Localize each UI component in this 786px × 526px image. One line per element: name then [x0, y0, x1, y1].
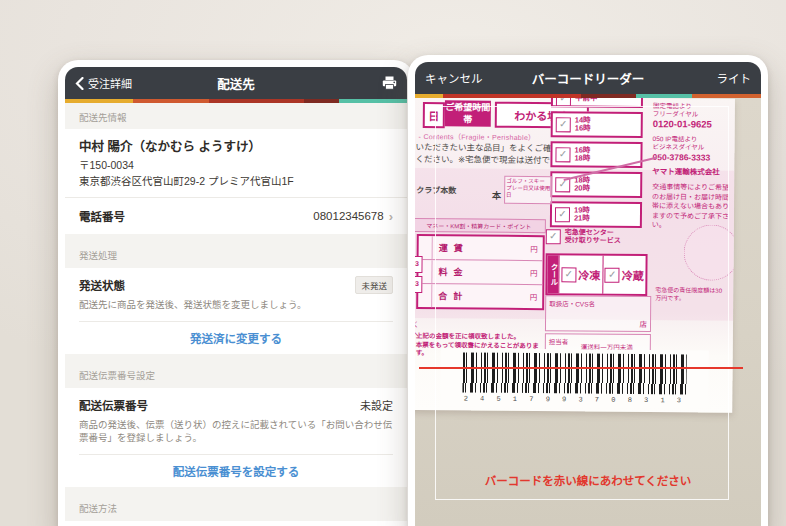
scan-hint-text: バーコードを赤い線にあわせてください: [415, 472, 761, 488]
scan-red-line: [419, 367, 743, 369]
print-button[interactable]: [382, 76, 397, 90]
rainbow-segment: [65, 99, 133, 103]
back-button[interactable]: 受注詳細: [75, 75, 132, 91]
recipient-block: 中村 陽介（なかむら ようすけ） 〒150-0034 東京都渋谷区代官山町29-…: [65, 129, 407, 197]
section-label-shipping-method: 配送方法: [65, 487, 407, 521]
recipient-name: 中村 陽介（なかむら ようすけ）: [79, 138, 393, 157]
section-label-shipping-process: 発送処理: [65, 234, 407, 268]
back-label: 受注詳細: [88, 75, 132, 91]
cancel-button[interactable]: キャンセル: [425, 70, 483, 86]
shipping-status-block: 発送状態 未発送 配送先に商品を発送後、発送状態を変更しましょう。 発送済に変更…: [65, 268, 407, 354]
printer-icon: [382, 76, 397, 90]
scanner-nav-bar: キャンセル バーコードリーダー ライト: [415, 62, 761, 94]
camera-viewfinder: 日 ご希望時間帯 わかる場合 - Contents（Fragile・Perish…: [415, 98, 761, 526]
section-label-slip-number: 配送伝票番号設定: [65, 354, 407, 388]
phone-number-row[interactable]: 電話番号 08012345678 ›: [65, 198, 407, 234]
right-phone-screen: キャンセル バーコードリーダー ライト 日 ご希望時間帯 わかる場合 - Con…: [415, 62, 761, 526]
rainbow-segment: [133, 99, 208, 103]
set-slip-number-link[interactable]: 配送伝票番号を設定する: [79, 455, 393, 487]
phone-value: 08012345678: [313, 210, 383, 222]
checkbox-icon: ✓: [556, 98, 571, 106]
left-phone-mockup: 受注詳細 配送先 配送先情報 中村 陽介（なかむら ようすけ） 〒150-003…: [58, 60, 414, 526]
shipping-status-label: 発送状態: [79, 277, 125, 293]
screenshot-canvas: 受注詳細 配送先 配送先情報 中村 陽介（なかむら ようすけ） 〒150-003…: [0, 0, 786, 526]
postal-code: 〒150-0034: [79, 157, 393, 173]
slip-number-value: 未設定: [360, 397, 393, 413]
rainbow-segment: [304, 99, 338, 103]
left-nav-bar: 受注詳細 配送先: [65, 67, 407, 99]
carrier-row: 配送会社 ペパボ急便: [65, 521, 407, 526]
slip-number-block: 配送伝票番号 未設定 商品の発送後、伝票（送り状）の控えに記載されている「お問い…: [65, 388, 407, 487]
shipping-status-desc: 配送先に商品を発送後、発送状態を変更しましょう。: [79, 298, 393, 312]
section-label-destination-info: 配送先情報: [65, 103, 407, 129]
address-line: 東京都渋谷区代官山町29-2 プレミア代官山1F: [79, 173, 393, 189]
chevron-left-icon: [75, 77, 84, 90]
mark-shipped-link[interactable]: 発送済に変更する: [79, 322, 393, 354]
phone-label: 電話番号: [79, 208, 125, 224]
brand-rainbow-strip: [65, 99, 407, 103]
right-phone-mockup: キャンセル バーコードリーダー ライト 日 ご希望時間帯 わかる場合 - Con…: [408, 55, 768, 526]
rainbow-segment: [209, 99, 305, 103]
chevron-right-icon: ›: [389, 209, 393, 224]
status-badge: 未発送: [355, 276, 393, 294]
light-button[interactable]: ライト: [717, 70, 752, 86]
left-phone-screen: 受注詳細 配送先 配送先情報 中村 陽介（なかむら ようすけ） 〒150-003…: [65, 67, 407, 526]
scan-frame-overlay: [435, 106, 729, 500]
left-edge-marks: 3 3 くヘ: [415, 256, 422, 341]
slip-number-label: 配送伝票番号: [79, 397, 148, 413]
slip-number-desc: 商品の発送後、伝票（送り状）の控えに記載されている「お問い合わせ伝票番号」を登録…: [79, 418, 393, 445]
left-content: 配送先情報 中村 陽介（なかむら ようすけ） 〒150-0034 東京都渋谷区代…: [65, 103, 407, 526]
rainbow-segment: [339, 99, 407, 103]
